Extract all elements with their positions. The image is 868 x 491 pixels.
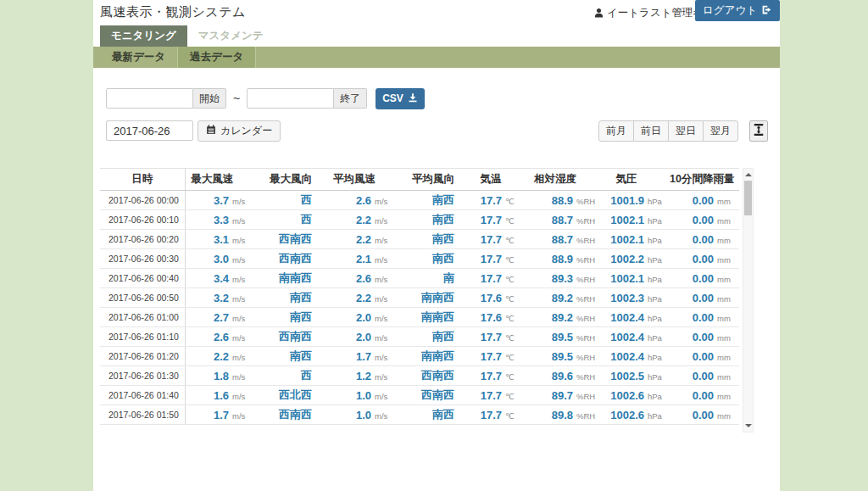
cell-value: 0.00 — [670, 253, 714, 265]
cell-value: 1002.4 — [598, 331, 644, 343]
calendar-button[interactable]: カレンダー — [198, 120, 281, 142]
cell-unit: ℃ — [502, 216, 527, 226]
table-scrollbar[interactable] — [743, 168, 754, 432]
scrollbar-thumb[interactable] — [744, 181, 752, 215]
cell-datetime: 2017-06-26 01:30 — [100, 366, 185, 386]
cell-measure: 0.00mm — [670, 249, 739, 269]
cell-direction: 西 — [254, 210, 327, 230]
cell-unit: hPa — [644, 333, 670, 343]
scrollbar-down-arrow[interactable] — [745, 424, 752, 427]
cell-datetime: 2017-06-26 00:40 — [100, 269, 185, 288]
cell-unit: hPa — [644, 314, 670, 323]
cell-unit: m/s — [229, 333, 254, 343]
calendar-label: カレンダー — [220, 124, 272, 138]
page: 風速表示・観測システム イートラスト管理者 ログアウト モニタリング マスタメン… — [0, 0, 868, 491]
next-day-button[interactable]: 翌日 — [668, 120, 704, 142]
cell-measure: 3.7m/s — [185, 191, 254, 210]
cell-measure: 17.6℃ — [470, 288, 527, 308]
cell-direction: 南西 — [397, 327, 470, 347]
cell-unit: %RH — [573, 392, 598, 401]
cell-unit: ℃ — [502, 392, 527, 401]
cell-unit: ℃ — [502, 353, 527, 362]
subnav-latest-data[interactable]: 最新データ — [100, 47, 178, 68]
cell-direction: 西南西 — [254, 230, 327, 249]
cell-value: 89.6 — [527, 370, 573, 382]
cell-measure: 3.2m/s — [185, 288, 254, 308]
cell-direction: 南 — [397, 269, 470, 288]
cell-datetime: 2017-06-26 01:50 — [100, 405, 185, 425]
cell-unit: m/s — [229, 314, 254, 323]
cell-unit: mm — [714, 392, 739, 401]
cell-measure: 2.2m/s — [327, 210, 397, 230]
cell-measure: 17.7℃ — [470, 230, 527, 249]
cell-value: 2.2 — [327, 214, 371, 226]
cell-datetime: 2017-06-26 00:00 — [100, 191, 185, 210]
subnav-latest-data-label: 最新データ — [112, 51, 165, 63]
cell-unit: mm — [714, 314, 739, 323]
cell-unit: mm — [714, 216, 739, 226]
prev-month-button[interactable]: 前月 — [598, 120, 634, 142]
range-end-input[interactable] — [247, 88, 334, 109]
cell-unit: m/s — [229, 372, 254, 382]
cell-unit: ℃ — [502, 411, 527, 421]
cell-unit: ℃ — [502, 275, 527, 284]
cell-measure: 89.6%RH — [527, 366, 598, 386]
cell-measure: 0.00mm — [670, 347, 739, 366]
logout-icon — [761, 4, 772, 18]
table-row: 2017-06-26 01:202.2m/s南西1.7m/s南南西17.7℃89… — [100, 347, 739, 366]
cell-unit: m/s — [229, 255, 254, 265]
table-row: 2017-06-26 01:401.6m/s西北西1.0m/s西南西17.7℃8… — [100, 386, 739, 405]
table-row: 2017-06-26 00:403.4m/s南南西2.6m/s南17.7℃89.… — [100, 269, 739, 288]
tab-monitoring[interactable]: モニタリング — [100, 25, 187, 47]
subnav-past-data[interactable]: 過去データ — [178, 47, 256, 68]
cell-direction: 南南西 — [397, 308, 470, 327]
csv-label: CSV — [382, 92, 403, 104]
csv-download-button[interactable]: CSV — [376, 88, 425, 109]
content-panel: 風速表示・観測システム イートラスト管理者 ログアウト モニタリング マスタメン… — [93, 0, 780, 491]
next-month-button[interactable]: 翌月 — [703, 120, 738, 142]
cell-measure: 1.7m/s — [327, 347, 397, 366]
cell-measure: 1002.2hPa — [598, 249, 670, 269]
cell-value: 3.7 — [186, 194, 230, 207]
cell-measure: 2.0m/s — [327, 308, 397, 327]
cell-datetime: 2017-06-26 00:10 — [100, 210, 185, 230]
tab-master-maintenance[interactable]: マスタメンテ — [187, 25, 275, 47]
cell-measure: 3.3m/s — [185, 210, 254, 230]
logout-button[interactable]: ログアウト — [695, 0, 780, 21]
scrollbar-up-arrow[interactable] — [745, 173, 752, 176]
cell-measure: 1.6m/s — [185, 386, 254, 405]
resize-vertical-button[interactable] — [749, 120, 768, 142]
cell-measure: 17.7℃ — [470, 249, 527, 269]
cell-measure: 1002.4hPa — [598, 327, 670, 347]
cell-value: 17.7 — [470, 233, 502, 246]
cell-value: 17.7 — [470, 350, 502, 363]
user-name: イートラスト管理者 — [607, 6, 704, 20]
cell-direction: 西南西 — [397, 386, 470, 405]
cell-measure: 89.3%RH — [527, 269, 598, 288]
cell-measure: 0.00mm — [670, 230, 739, 249]
cell-measure: 89.7%RH — [527, 386, 598, 405]
cell-value: 17.7 — [470, 370, 502, 382]
prev-day-button[interactable]: 前日 — [633, 120, 669, 142]
subnav-past-data-label: 過去データ — [190, 51, 243, 63]
cell-measure: 89.5%RH — [527, 327, 598, 347]
range-separator: ~ — [233, 92, 240, 105]
range-start-input[interactable] — [106, 88, 193, 109]
cell-direction: 南南西 — [397, 288, 470, 308]
cell-datetime: 2017-06-26 00:30 — [100, 249, 185, 269]
cell-value: 17.7 — [470, 389, 502, 402]
table-row: 2017-06-26 00:103.3m/s西2.2m/s南西17.7℃88.7… — [100, 210, 739, 230]
tab-monitoring-label: モニタリング — [111, 29, 176, 43]
cell-direction: 西南西 — [254, 405, 327, 425]
column-header-2: 最大風速 — [185, 169, 254, 191]
cell-measure: 2.2m/s — [327, 230, 397, 249]
cell-direction: 南西 — [254, 288, 327, 308]
cell-direction: 南西 — [397, 405, 470, 425]
cell-unit: %RH — [573, 275, 598, 284]
top-header: 風速表示・観測システム イートラスト管理者 ログアウト — [93, 0, 780, 25]
cell-measure: 0.00mm — [670, 366, 739, 386]
cell-measure: 1002.1hPa — [598, 230, 670, 249]
cell-unit: %RH — [573, 314, 598, 323]
selected-date-input[interactable] — [106, 120, 193, 141]
cell-measure: 2.6m/s — [185, 327, 254, 347]
